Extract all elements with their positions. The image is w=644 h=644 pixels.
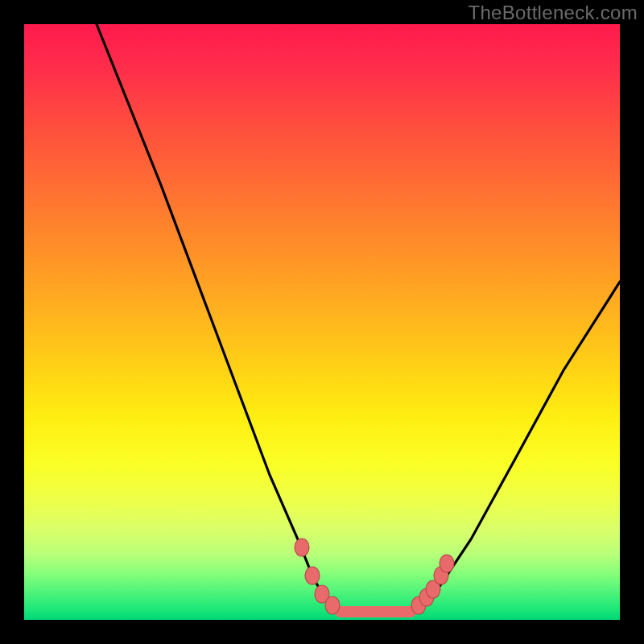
plot-area — [24, 24, 620, 620]
curve-marker — [440, 555, 454, 572]
watermark-text: TheBottleneck.com — [468, 2, 638, 24]
markers-right — [411, 555, 454, 614]
markers-left — [295, 539, 340, 614]
curve-marker — [295, 539, 309, 556]
curve-marker — [305, 567, 320, 584]
curve-left — [97, 24, 341, 612]
chart-frame: TheBottleneck.com — [0, 0, 644, 644]
bottleneck-curve — [24, 24, 620, 620]
curve-marker — [325, 597, 340, 614]
